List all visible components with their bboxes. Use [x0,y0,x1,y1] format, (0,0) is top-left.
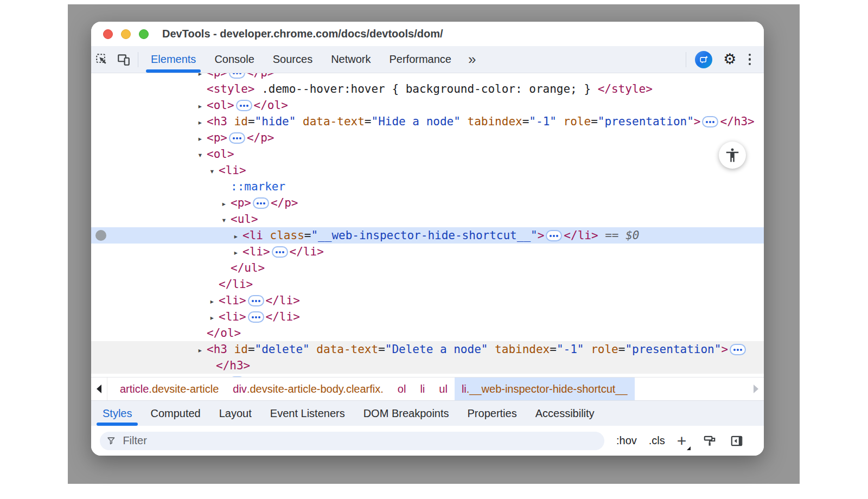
sidebar-tab-layout[interactable]: Layout [210,401,261,426]
settings-gear-button[interactable]: ⚙ [718,52,742,67]
device-toolbar-button[interactable] [113,49,135,71]
new-style-rule-button[interactable]: + [677,433,690,449]
dom-row-li-selected[interactable]: ▸<li class="__web-inspector-hide-shortcu… [91,227,764,244]
dom-row-li-3[interactable]: ▸<li></li> [91,309,764,325]
breadcrumb-scroll-left-button[interactable] [91,378,107,400]
tab-elements[interactable]: Elements [142,46,205,73]
code-tag: </p> [247,73,275,79]
ellipsis-expand-button[interactable] [730,344,746,355]
code-tag: <h3 [207,343,234,356]
selected-row-marker [95,230,106,241]
code-av: "Hide a node" [372,115,461,128]
ellipsis-expand-button[interactable] [229,73,245,79]
minimize-window-button[interactable] [121,29,131,39]
title-bar: DevTools - developer.chrome.com/docs/dev… [91,22,764,46]
dom-row-marker-pseudo[interactable]: ::marker [91,178,764,195]
chevron-down-icon[interactable]: ▾ [209,163,219,180]
code-tag: </p> [247,131,275,144]
ellipsis-expand-button[interactable] [248,311,264,323]
chevron-right-icon[interactable]: ▸ [209,310,219,326]
chevron-right-icon[interactable]: ▸ [197,375,207,377]
ellipsis-expand-button[interactable] [248,295,264,306]
breadcrumb-item[interactable]: li [413,378,432,400]
code-tag: <ul> [231,213,258,226]
dom-row-li-sibling[interactable]: ▸<li></li> [91,244,764,260]
ellipsis-expand-button[interactable] [236,100,252,111]
dom-row-p-collapsed[interactable]: ▸<p></p> [91,130,764,146]
dom-row-style[interactable]: <style> .demo--hover:hover { background-… [91,81,764,97]
dom-row-h3-hide[interactable]: ▸<h3 id="hide" data-text="Hide a node" t… [91,113,764,130]
chevron-right-icon[interactable]: ▸ [197,131,207,147]
inspect-element-button[interactable] [91,49,113,71]
dom-row-li-2[interactable]: ▸<li></li> [91,292,764,309]
ai-assistance-button[interactable] [695,51,712,68]
ellipsis-expand-button[interactable] [229,376,245,377]
dom-row-h3-delete-close[interactable]: </h3> [91,357,764,374]
chevron-right-icon[interactable]: ▸ [233,245,242,261]
code-tag: </p> [271,196,298,209]
breadcrumb-scroll-right-button[interactable] [748,378,764,400]
ellipsis-expand-button[interactable] [272,246,288,258]
dom-row-ul-open[interactable]: ▾<ul> [91,211,764,227]
ellipsis-expand-button[interactable] [253,197,269,209]
chevron-down-icon[interactable]: ▾ [221,212,231,228]
tab-performance[interactable]: Performance [380,46,461,73]
filter-input-container[interactable] [100,432,604,450]
toggle-element-state-button[interactable]: :hov [616,434,637,447]
dom-row-ol-close[interactable]: </ol> [91,325,764,341]
dom-row-clipped-bottom[interactable]: ▸<p></p> [91,374,764,377]
chevron-right-icon[interactable]: ▸ [209,293,219,310]
sidebar-tab-accessibility[interactable]: Accessibility [526,401,604,426]
more-tabs-button[interactable]: » [461,51,483,68]
breadcrumb-item-selected[interactable]: li.__web-inspector-hide-shortcut__ [455,378,635,400]
dom-row-li-close[interactable]: </li> [91,276,764,292]
breadcrumb-item[interactable]: article.devsite-article [113,378,226,400]
code-pl [310,343,317,356]
dom-row-ol-collapsed[interactable]: ▸<ol></ol> [91,97,764,113]
sidebar-tab-event-listeners[interactable]: Event Listeners [261,401,354,426]
sidebar-tab-properties[interactable]: Properties [458,401,526,426]
dom-row-clipped-top[interactable]: ▸<p></p> [91,73,764,81]
ellipsis-expand-button[interactable] [546,230,562,241]
code-av: "hide" [255,115,296,128]
filter-input[interactable] [122,434,598,447]
sidebar-tab-styles[interactable]: Styles [93,401,141,426]
crumb-tag-name: li [462,383,467,395]
breadcrumb-item[interactable]: ul [432,378,455,400]
chevron-right-icon[interactable]: ▸ [197,114,207,131]
breadcrumb-item[interactable]: ol [391,378,413,400]
sidebar-toggle-button[interactable] [730,434,744,448]
maximize-window-button[interactable] [139,29,149,39]
tab-sources[interactable]: Sources [264,46,322,73]
dom-row-ul-close[interactable]: </ul> [91,260,764,276]
dom-row-p-in-li[interactable]: ▸<p></p> [91,195,764,211]
sidebar-tab-dom-breakpoints[interactable]: DOM Breakpoints [354,401,458,426]
crumb-tag-name: article [120,383,149,395]
accessibility-overlay-button[interactable] [719,142,746,169]
tab-console[interactable]: Console [205,46,263,73]
code-an: id [234,343,248,356]
more-options-button[interactable] [742,54,758,66]
close-window-button[interactable] [103,29,113,39]
chevron-right-icon[interactable]: ▸ [221,196,231,212]
sidebar-tab-computed[interactable]: Computed [141,401,209,426]
code-pl [584,343,591,356]
dom-row-h3-delete[interactable]: ▸<h3 id="delete" data-text="Delete a nod… [91,341,764,357]
chevron-right-icon[interactable]: ▸ [233,228,242,245]
chevron-right-icon[interactable]: ▸ [197,342,207,359]
element-classes-button[interactable]: .cls [649,434,665,447]
tab-network[interactable]: Network [322,46,380,73]
code-an: tabindex [495,343,550,356]
code-tag: > [538,229,545,242]
dom-row-li-open[interactable]: ▾<li> [91,162,764,178]
chevron-right-icon[interactable]: ▸ [197,98,207,114]
ellipsis-expand-button[interactable] [229,132,245,144]
paint-roller-icon [703,434,717,448]
filter-funnel-icon [106,436,116,446]
ellipsis-expand-button[interactable] [702,116,718,127]
chevron-down-icon[interactable]: ▾ [197,147,207,163]
code-tag: </ol> [254,99,288,112]
breadcrumb-item[interactable]: div.devsite-article-body.clearfix. [226,378,391,400]
rendering-emulations-button[interactable] [703,434,717,448]
dom-row-ol-open[interactable]: ▾<ol> [91,146,764,162]
